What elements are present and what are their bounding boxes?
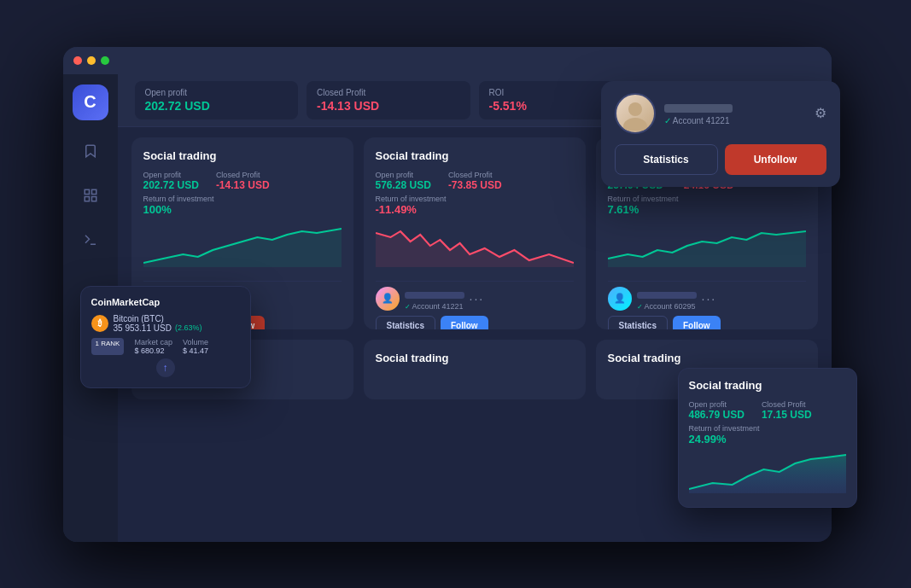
profile-account: ✓ Account 41221 xyxy=(664,116,733,125)
social-popup-roi-value: 24.99% xyxy=(689,433,846,445)
card-2-closed-value: -73.85 USD xyxy=(448,179,502,191)
coin-name: Bitcoin (BTC) xyxy=(114,314,202,323)
profile-name xyxy=(664,104,733,113)
svg-rect-0 xyxy=(85,189,89,194)
cmc-expand-button[interactable]: ↑ xyxy=(156,358,175,377)
card-3-account: 👤 ✓ Account 60295 ··· xyxy=(608,287,717,311)
profile-avatar xyxy=(615,93,656,134)
svg-point-9 xyxy=(623,118,647,131)
volume-value: $ 41.47 xyxy=(183,346,208,355)
card-2-statistics-button[interactable]: Statistics xyxy=(376,316,435,329)
card-3-statistics-button[interactable]: Statistics xyxy=(608,316,668,329)
card-1-roi-value: 100% xyxy=(143,203,342,216)
market-cap-label: Market cap xyxy=(134,338,172,346)
coinmarketcap-popup: CoinMarketCap ₿ Bitcoin (BTC) 35 953.11 … xyxy=(80,286,251,388)
card-2-closed-label: Closed Profit xyxy=(448,171,502,179)
svg-marker-6 xyxy=(376,231,574,267)
card-3-dots-menu[interactable]: ··· xyxy=(702,292,717,306)
card-3-actions: Statistics Follow xyxy=(608,316,806,329)
card-3-name xyxy=(637,292,697,299)
profile-popup: ✓ Account 41221 ⚙ Statistics Unfollow xyxy=(601,81,840,187)
social-popup-chart xyxy=(689,451,846,493)
card-2-account: 👤 ✓ Account 41221 ··· xyxy=(376,287,485,311)
card-2-footer: 👤 ✓ Account 41221 ··· xyxy=(376,281,574,311)
stat-open-profit: Open profit 202.72 USD xyxy=(135,81,299,119)
coin-price: 35 953.11 USD xyxy=(114,323,172,333)
popup-unfollow-button[interactable]: Unfollow xyxy=(725,144,826,175)
card-2-account-label: ✓ Account 41221 xyxy=(405,302,464,311)
cmc-stats-row: 1 RANK Market cap $ 680.92 Volume $ 41.4… xyxy=(91,338,240,355)
minimize-button[interactable] xyxy=(87,56,96,65)
browser-titlebar xyxy=(63,47,832,74)
card-2-dots-menu[interactable]: ··· xyxy=(470,292,485,306)
stat-open-profit-value: 202.72 USD xyxy=(145,99,289,113)
sidebar-item-bookmark[interactable] xyxy=(77,137,104,165)
social-popup-open-value: 486.79 USD xyxy=(689,409,745,421)
close-button[interactable] xyxy=(73,56,82,65)
svg-marker-7 xyxy=(608,231,806,267)
market-cap-value: $ 680.92 xyxy=(134,346,172,355)
svg-marker-10 xyxy=(689,455,846,493)
card-3-account-label: ✓ Account 60295 xyxy=(637,302,697,311)
stat-closed-profit-value: -14.13 USD xyxy=(317,99,460,113)
rank-badge: 1 RANK xyxy=(91,338,125,355)
card-2-roi-label: Return of investment xyxy=(376,195,574,203)
social-popup-title: Social trading xyxy=(689,379,846,392)
card-2-avatar: 👤 xyxy=(376,287,400,311)
trading-card-2: Social trading Open profit 576.28 USD Cl… xyxy=(364,137,586,329)
card-2-name xyxy=(405,292,464,299)
settings-icon[interactable]: ⚙ xyxy=(815,105,826,121)
card-3-follow-button[interactable]: Follow xyxy=(673,316,721,329)
svg-rect-2 xyxy=(85,196,89,201)
card-2-open-value: 576.28 USD xyxy=(376,179,431,191)
cmc-coin-row: ₿ Bitcoin (BTC) 35 953.11 USD (2.63%) xyxy=(91,314,240,333)
card-2-roi-value: -11.49% xyxy=(376,203,574,216)
maximize-button[interactable] xyxy=(101,56,109,65)
card-3-roi-value: 7.61% xyxy=(608,203,806,216)
social-trading-popup: Social trading Open profit 486.79 USD Cl… xyxy=(678,368,857,508)
card-3-footer: 👤 ✓ Account 60295 ··· xyxy=(608,281,806,311)
svg-rect-1 xyxy=(91,189,96,194)
card-1-roi-label: Return of investment xyxy=(143,195,342,203)
card-2-chart xyxy=(376,224,574,271)
social-popup-roi-label: Return of investment xyxy=(689,424,846,433)
coin-change: (2.63%) xyxy=(175,323,202,332)
cmc-title: CoinMarketCap xyxy=(91,297,240,307)
card-3-roi-label: Return of investment xyxy=(608,195,806,203)
sidebar-item-terminal[interactable] xyxy=(77,226,104,253)
stat-closed-profit: Closed Profit -14.13 USD xyxy=(307,81,470,119)
bitcoin-icon: ₿ xyxy=(91,315,108,332)
card-3-chart xyxy=(608,224,806,271)
stat-closed-profit-label: Closed Profit xyxy=(317,88,460,97)
card-2-title: Social trading xyxy=(376,149,574,162)
logo[interactable]: C xyxy=(73,84,108,120)
card-1-open-value: 202.72 USD xyxy=(143,179,199,191)
card-1-closed-label: Closed Profit xyxy=(216,171,270,179)
profile-popup-actions: Statistics Unfollow xyxy=(615,144,826,175)
card-2-follow-button[interactable]: Follow xyxy=(441,316,488,329)
card-1-chart xyxy=(143,224,342,271)
profile-popup-header: ✓ Account 41221 ⚙ xyxy=(615,93,826,134)
bottom-card-2: Social trading xyxy=(364,340,586,399)
social-popup-closed-label: Closed Profit xyxy=(762,400,812,409)
social-popup-closed-value: 17.15 USD xyxy=(762,409,812,421)
bottom-card-2-title: Social trading xyxy=(376,352,574,364)
card-1-open-label: Open profit xyxy=(143,171,199,179)
logo-text: C xyxy=(84,92,96,112)
card-2-actions: Statistics Follow xyxy=(376,316,574,329)
volume-label: Volume xyxy=(183,338,208,346)
svg-marker-5 xyxy=(143,229,342,267)
svg-point-8 xyxy=(628,102,642,116)
sidebar-item-grid[interactable] xyxy=(77,182,104,209)
card-2-open-label: Open profit xyxy=(376,171,431,179)
bottom-card-3-title: Social trading xyxy=(608,352,806,364)
stat-open-profit-label: Open profit xyxy=(145,88,289,97)
card-3-avatar: 👤 xyxy=(608,287,632,311)
popup-statistics-button[interactable]: Statistics xyxy=(615,144,718,175)
card-1-title: Social trading xyxy=(143,149,342,162)
card-1-closed-value: -14.13 USD xyxy=(216,179,270,191)
social-popup-open-label: Open profit xyxy=(689,400,745,409)
svg-rect-3 xyxy=(91,196,96,201)
